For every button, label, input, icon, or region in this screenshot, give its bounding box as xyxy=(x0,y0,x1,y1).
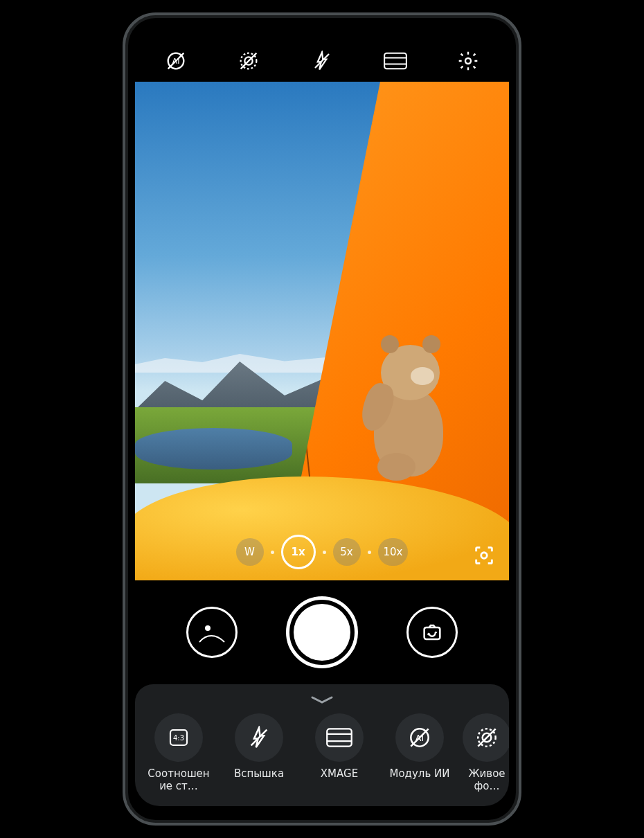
svg-point-12 xyxy=(481,553,488,559)
switch-camera-button[interactable] xyxy=(406,607,458,658)
zoom-option-10x[interactable]: 10x xyxy=(378,538,409,566)
sheet-item-label: Живое фо… xyxy=(466,767,508,792)
zoom-option-wide[interactable]: W xyxy=(236,538,264,566)
svg-rect-14 xyxy=(424,627,440,639)
live-photo-off-icon[interactable] xyxy=(228,44,269,78)
ai-off-icon: AI xyxy=(395,713,444,762)
sheet-item-live-photo[interactable]: Живое фо… xyxy=(466,713,508,792)
quick-settings-sheet: 4:3 Соотношение ст… Вспышка xyxy=(135,684,509,806)
quick-settings-row[interactable]: 4:3 Соотношение ст… Вспышка xyxy=(135,708,509,792)
zoom-label: 10x xyxy=(384,546,403,558)
power-button xyxy=(521,202,521,266)
aspect-ratio-icon: 4:3 xyxy=(154,713,203,762)
scene-teddy-bear xyxy=(357,331,460,476)
svg-line-26 xyxy=(478,729,495,746)
aspect-ratio-text: 4:3 xyxy=(173,734,184,742)
zoom-label: 5x xyxy=(340,546,352,558)
svg-line-5 xyxy=(241,53,257,69)
gallery-preview-button[interactable] xyxy=(186,607,238,658)
capture-controls xyxy=(135,580,509,684)
scene-lake xyxy=(135,428,292,470)
flash-off-icon[interactable] xyxy=(301,44,343,78)
svg-rect-18 xyxy=(327,729,351,746)
svg-point-13 xyxy=(205,625,211,631)
sheet-collapse-handle[interactable] xyxy=(135,693,509,708)
ai-off-icon[interactable]: AI xyxy=(155,44,197,78)
zoom-separator xyxy=(271,551,274,554)
zoom-option-1x[interactable]: 1x xyxy=(281,535,316,569)
google-lens-icon[interactable] xyxy=(469,540,499,571)
sheet-item-label: Вспышка xyxy=(234,767,284,780)
xmage-icon xyxy=(315,713,364,762)
top-toolbar: AI xyxy=(135,32,509,82)
live-photo-off-icon xyxy=(463,713,509,762)
settings-icon[interactable] xyxy=(447,44,489,78)
sheet-item-ai-module[interactable]: AI Модуль ИИ xyxy=(386,713,454,792)
sheet-item-xmage[interactable]: XMAGE xyxy=(305,713,373,792)
viewfinder[interactable]: W 1x 5x 10x xyxy=(135,82,509,580)
zoom-separator xyxy=(368,551,371,554)
sheet-item-label: Модуль ИИ xyxy=(389,767,449,780)
sheet-item-flash[interactable]: Вспышка xyxy=(225,713,293,792)
shutter-button[interactable] xyxy=(286,596,358,668)
zoom-option-5x[interactable]: 5x xyxy=(333,538,361,566)
sheet-item-label: Соотношение ст… xyxy=(145,767,213,792)
sheet-item-label: XMAGE xyxy=(321,767,358,780)
zoom-label: 1x xyxy=(291,546,305,558)
svg-point-11 xyxy=(465,58,471,64)
sheet-item-aspect-ratio[interactable]: 4:3 Соотношение ст… xyxy=(145,713,213,792)
flash-off-icon xyxy=(235,713,283,762)
zoom-label: W xyxy=(244,546,255,558)
svg-rect-8 xyxy=(384,53,406,69)
phone-frame: AI xyxy=(123,12,521,826)
xmage-icon[interactable] xyxy=(375,44,416,78)
zoom-selector: W 1x 5x 10x xyxy=(135,535,509,569)
shutter-inner xyxy=(294,604,350,661)
camera-app-screen: AI xyxy=(135,32,509,806)
zoom-separator xyxy=(323,551,326,554)
